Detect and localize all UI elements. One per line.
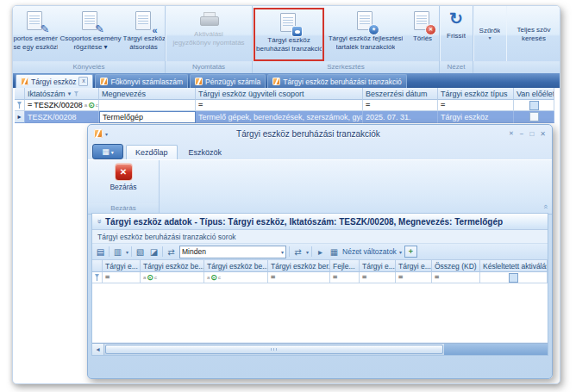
asset-reclass-button[interactable]: « Tárgyi eszköz átsorolás (122, 8, 166, 61)
column-header-van-eloelete[interactable]: Van előélete (514, 88, 554, 100)
filter-cell-osszeg[interactable]: = (432, 272, 480, 283)
ribbon-collapse-icon[interactable]: « (541, 204, 549, 208)
filter-cell-beszerzesi-datum[interactable]: = (363, 100, 438, 111)
refresh-button[interactable]: ↻ Frissít (441, 8, 472, 61)
filter-cell-ugyviteli-csoport[interactable]: = (196, 100, 363, 111)
checkbox-icon[interactable] (529, 112, 539, 121)
dialog-tab-kezdolap[interactable]: Kezdőlap (126, 145, 178, 159)
filter-cell-tipus[interactable]: = (438, 100, 514, 111)
column-header-5[interactable]: Fejle... (330, 260, 360, 272)
equals-operator-icon[interactable]: = (366, 101, 370, 109)
equals-operator-icon[interactable]: = (198, 101, 203, 109)
equals-operator-icon[interactable]: = (435, 273, 439, 282)
filter-mode-combo[interactable]: Minden ▾ (179, 246, 286, 258)
scrollbar-track[interactable] (444, 344, 548, 355)
filter-cell-iktatoszam[interactable]: = TESZK/00208 ⊙ (25, 100, 99, 111)
equals-operator-icon[interactable]: = (28, 101, 32, 109)
view-grid-icon[interactable]: ▦ (329, 246, 340, 258)
pin-icon[interactable]: ✕ (509, 130, 514, 137)
column-header-kesleltetett[interactable]: Késleltetett aktiválás (480, 260, 548, 272)
filter-cell-3[interactable]: ⊙ (204, 272, 268, 283)
checkbox-icon[interactable] (509, 273, 518, 283)
view-variants-button[interactable]: Nézet változatok (342, 247, 397, 256)
cell-value: Termelőgép (103, 113, 143, 121)
equals-operator-icon[interactable]: = (333, 273, 337, 282)
group-event-for-asset-button[interactable]: ✎ portos esemény se egy eszközhöz ▾ (12, 8, 59, 61)
filter-cell-kesleltetett[interactable] (480, 272, 548, 283)
paste-row-icon[interactable]: ◪ (148, 246, 160, 258)
asset-data-panel-header[interactable]: « Tárgyi eszköz adatok - Típus: Tárgyi e… (92, 214, 548, 230)
tab-beruhazasi-tranzakcio[interactable]: Tárgyi eszköz beruházási tranzakció (267, 74, 406, 88)
column-header-6[interactable]: Tárgyi e... (360, 260, 396, 272)
column-header-3[interactable]: Tárgyi eszköz be... (204, 260, 268, 272)
horizontal-scrollbar[interactable]: ◂ (92, 343, 548, 355)
filter-cell-6[interactable]: = (360, 272, 396, 283)
cell-ugyviteli-csoport[interactable]: Termelő gépek, berendezések, szerszámok,… (196, 111, 363, 123)
dialog-tab-eszkozok[interactable]: Eszközök (180, 146, 231, 159)
selected-asset-row[interactable]: ▸ TESZK/00208 Termelőgép Termelő gépek, … (15, 111, 554, 123)
column-header-beszerzesi-datum[interactable]: Beszerzési dátum (363, 88, 438, 100)
filter-cell-van-eloelete[interactable] (514, 100, 554, 111)
filter-cell-megnevezes[interactable] (99, 100, 196, 111)
chevron-down-icon[interactable]: ▾ (126, 249, 128, 255)
minimize-icon[interactable]: − (520, 130, 524, 138)
filters-dropdown-button[interactable]: Szűrők ▾ (474, 8, 505, 61)
maximize-icon[interactable]: □ (529, 130, 534, 138)
investment-transactions-button[interactable]: Tárgyi eszköz beruházási tranzakciók (255, 9, 322, 59)
filter-cell-7[interactable]: = (396, 272, 432, 283)
contains-filter-icon[interactable]: ⊙ (207, 274, 221, 281)
add-view-button[interactable]: + (404, 246, 417, 258)
checkbox-icon[interactable] (529, 101, 539, 110)
development-reserve-transactions-button[interactable]: * Tárgyi eszköz fejlesztési tartalék tra… (324, 8, 407, 61)
column-header-tipus[interactable]: Tárgyi eszköz típus (438, 88, 514, 100)
equals-operator-icon[interactable]: = (441, 101, 445, 109)
scroll-left-button[interactable]: ◂ (92, 344, 104, 355)
grid-menu-icon[interactable]: ▤ (95, 246, 106, 258)
equals-operator-icon[interactable]: = (362, 273, 366, 282)
column-header-1[interactable]: Tárgyi e... (103, 260, 141, 272)
equals-operator-icon[interactable]: = (105, 273, 110, 282)
dialog-titlebar[interactable]: ▾ Tárgyi eszköz beruházási tranzakciók ✕… (88, 125, 552, 142)
filter-cell-1[interactable]: = (103, 272, 141, 283)
copy-row-icon[interactable]: ▧ (135, 246, 146, 258)
filter-cell-5[interactable]: = (330, 272, 360, 283)
column-header-megnevezes[interactable]: Megnevezés (99, 88, 196, 100)
collapse-panel-icon[interactable]: « (95, 219, 103, 223)
column-header-2[interactable]: Tárgyi eszköz be... (141, 260, 204, 272)
column-header-osszeg[interactable]: Összeg (KD) (432, 260, 480, 272)
cell-iktatoszam[interactable]: TESZK/00208 (25, 111, 99, 123)
contains-filter-icon[interactable]: ⊙ (143, 274, 157, 281)
filter-cell-4[interactable]: = (268, 272, 330, 283)
close-tab-icon[interactable]: x (78, 77, 88, 86)
quick-access-caret-icon[interactable]: ▾ (105, 131, 108, 137)
group-event-record-button[interactable]: ✎ Csoportos esemény rögzítése ▾ (59, 8, 122, 61)
chevron-down-icon[interactable]: ▾ (399, 249, 402, 255)
chevron-down-icon[interactable]: ▾ (306, 249, 309, 255)
column-header-ugyviteli-csoport[interactable]: Tárgyi eszköz ügyviteli csoport (196, 88, 363, 100)
close-icon[interactable]: ✕ (540, 130, 546, 138)
column-filter-icon[interactable] (73, 91, 78, 96)
fulltext-search-button[interactable]: Teljes szöv keresés (507, 8, 560, 61)
filter-cell-2[interactable]: ⊙ (141, 272, 204, 283)
scrollbar-thumb[interactable] (105, 345, 443, 354)
tab-penzugyi-szamla[interactable]: Pénzügyi számla (190, 74, 266, 88)
dialog-app-menu-button[interactable]: ▦ ▾ (92, 144, 123, 159)
column-header-7[interactable]: Tárgyi e... (396, 260, 432, 272)
equals-operator-icon[interactable]: = (271, 273, 275, 282)
cell-van-eloelete[interactable] (514, 111, 554, 123)
close-dialog-button[interactable]: ✕ Bezárás (88, 160, 159, 191)
new-row-icon[interactable]: ▥ (112, 246, 123, 258)
tab-fokonyvi-szamlaszam[interactable]: Főkönyvi számlaszám (95, 74, 188, 88)
cell-tipus[interactable]: Tárgyi eszköz (438, 111, 514, 123)
cell-beszerzesi-datum[interactable]: 2025. 07. 31. (363, 111, 438, 123)
transaction-grid-toolbar: ▤ ▥ ▾ ▧ ◪ ⇄ Minden ▾ ⇄ ▾ (92, 244, 548, 260)
expand-icon[interactable]: ⇄ (166, 246, 177, 258)
forward-icon[interactable]: ▸ (315, 246, 326, 258)
column-header-4[interactable]: Tárgyi eszköz ber... (268, 260, 330, 272)
delete-button[interactable]: ✕ Törlés (407, 8, 438, 61)
column-header-iktatoszam[interactable]: Iktatószám ▼ (25, 88, 99, 100)
settings-icon[interactable]: ⇄ (292, 246, 304, 258)
equals-operator-icon[interactable]: = (398, 273, 403, 282)
cell-megnevezes-focused[interactable]: Termelőgép (99, 111, 196, 123)
tab-targyi-eszkoz[interactable]: Tárgyi eszköz x (16, 74, 93, 88)
